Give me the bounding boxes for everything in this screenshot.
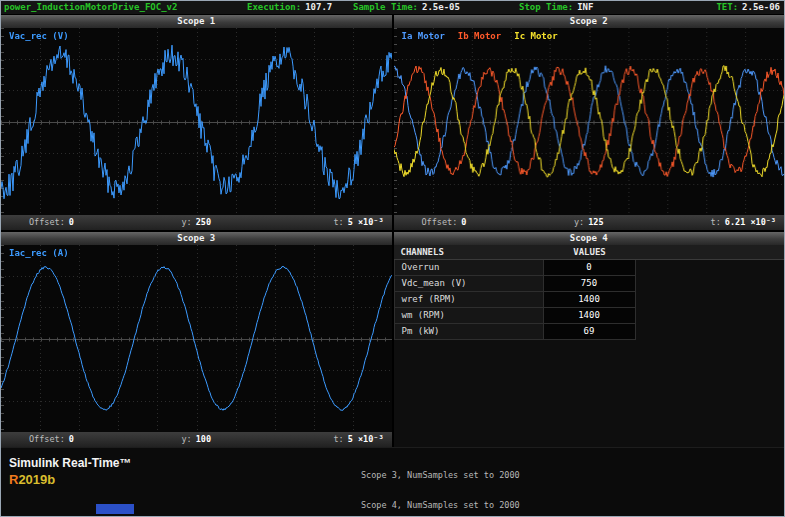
scope2-t-scale: t:6.21 ×10⁻³ <box>711 215 776 230</box>
channel-value-cell: 1400 <box>544 308 636 324</box>
table-row: wref (RPM) 1400 <box>394 292 785 308</box>
scope3-footer: Offset:0 y:100 t:5 ×10⁻³ <box>1 432 392 447</box>
scope2-footer: Offset:0 y:125 t:6.21 ×10⁻³ <box>394 215 785 230</box>
channel-name-cell: Pm (kW) <box>394 324 544 340</box>
scope2-plot: Ia Motor Ib Motor Ic Motor <box>394 28 785 215</box>
t-value: 5 ×10⁻³ <box>348 217 384 227</box>
table-row: Pm (kW) 69 <box>394 324 785 340</box>
execution-time: Execution:107.7 <box>247 1 332 14</box>
scope-grid: Scope 1 Vac_rec (V) Offset:0 y:250 t:5 ×… <box>1 15 784 447</box>
model-name: power_InductionMotorDrive_FOC_v2 <box>4 1 177 14</box>
scope2-legend: Ia Motor Ib Motor Ic Motor <box>402 31 558 41</box>
scope1-t-scale: t:5 ×10⁻³ <box>333 215 383 230</box>
status-bar: power_InductionMotorDrive_FOC_v2 Executi… <box>1 1 784 15</box>
tet-label: TET: <box>716 2 738 12</box>
scope4-table: CHANNELS VALUES Overrun 0 Vdc_mean (V) 7… <box>394 245 785 447</box>
scope4-header: Scope 4 <box>394 232 785 245</box>
sample-time-label: Sample Time: <box>353 2 418 12</box>
system-log: Scope 3, NumSamples set to 2000 Scope 4,… <box>361 450 571 517</box>
scope2-waveform-canvas <box>394 28 785 215</box>
release-version: R2019b <box>9 472 55 487</box>
channel-value-cell: 1400 <box>544 292 636 308</box>
scope3-header: Scope 3 <box>1 232 392 245</box>
scope2-offset: Offset:0 <box>422 215 467 230</box>
table-row: wm (RPM) 1400 <box>394 308 785 324</box>
channel-name-cell: wm (RPM) <box>394 308 544 324</box>
y-label: y: <box>181 217 191 227</box>
t-label: t: <box>711 217 721 227</box>
scope2-y-scale: y:125 <box>574 215 604 230</box>
scope1-waveform-canvas <box>1 28 392 215</box>
offset-label: Offset: <box>29 434 65 444</box>
scope3-panel: Scope 3 Iac_rec (A) Offset:0 y:100 t:5 ×… <box>1 232 392 447</box>
scope2-header: Scope 2 <box>394 15 785 28</box>
tet-value: 2.5e-06 <box>742 2 780 12</box>
offset-value: 0 <box>69 217 74 227</box>
channel-name-cell: Vdc_mean (V) <box>394 276 544 292</box>
y-value: 100 <box>196 434 211 444</box>
table-row: Overrun 0 <box>394 260 785 276</box>
tet: TET:2.5e-06 <box>716 1 780 14</box>
y-label: y: <box>574 217 584 227</box>
y-value: 250 <box>196 217 211 227</box>
sample-time: Sample Time:2.5e-05 <box>353 1 460 14</box>
execution-label: Execution: <box>247 2 301 12</box>
sample-time-value: 2.5e-05 <box>422 2 460 12</box>
scope1-plot: Vac_rec (V) <box>1 28 392 215</box>
scope1-footer: Offset:0 y:250 t:5 ×10⁻³ <box>1 215 392 230</box>
channel-name-cell: wref (RPM) <box>394 292 544 308</box>
table-header-values: VALUES <box>544 245 636 260</box>
channel-value-cell: 750 <box>544 276 636 292</box>
stop-time-label: Stop Time: <box>519 2 573 12</box>
release-r: R <box>9 472 18 487</box>
y-value: 125 <box>588 217 603 227</box>
scope1-offset: Offset:0 <box>29 215 74 230</box>
release-year: 2019b <box>18 472 55 487</box>
table-header-channels: CHANNELS <box>394 245 544 260</box>
scope3-y-scale: y:100 <box>181 432 211 447</box>
log-line: Scope 4, NumSamples set to 2000 <box>361 500 571 510</box>
scope1-panel: Scope 1 Vac_rec (V) Offset:0 y:250 t:5 ×… <box>1 15 392 230</box>
offset-value: 0 <box>69 434 74 444</box>
t-label: t: <box>333 217 343 227</box>
scope1-signal-label: Vac_rec (V) <box>9 31 69 41</box>
scope3-t-scale: t:5 ×10⁻³ <box>333 432 383 447</box>
scope4-panel: Scope 4 CHANNELS VALUES Overrun 0 Vdc_me… <box>394 232 785 447</box>
cursor-block <box>96 504 134 514</box>
legend-ia-motor: Ia Motor <box>402 31 445 41</box>
scope3-signal-label: Iac_rec (A) <box>9 248 69 258</box>
scope2-panel: Scope 2 Ia Motor Ib Motor Ic Motor Offse… <box>394 15 785 230</box>
footer-bar: Simulink Real-Time™ R2019b Scope 3, NumS… <box>1 447 784 516</box>
legend-ib-motor: Ib Motor <box>458 31 501 41</box>
offset-label: Offset: <box>29 217 65 227</box>
stop-time: Stop Time:INF <box>519 1 593 14</box>
scope3-waveform-canvas <box>1 245 392 432</box>
offset-value: 0 <box>461 217 466 227</box>
simulink-target-screen: power_InductionMotorDrive_FOC_v2 Executi… <box>0 0 785 517</box>
scope1-header: Scope 1 <box>1 15 392 28</box>
legend-ic-motor: Ic Motor <box>514 31 557 41</box>
channel-value-cell: 0 <box>544 260 636 276</box>
y-label: y: <box>181 434 191 444</box>
channel-name-cell: Overrun <box>394 260 544 276</box>
t-label: t: <box>333 434 343 444</box>
simulink-brand: Simulink Real-Time™ <box>9 456 131 470</box>
channel-value-cell: 69 <box>544 324 636 340</box>
scope3-plot: Iac_rec (A) <box>1 245 392 432</box>
execution-value: 107.7 <box>305 2 332 12</box>
t-value: 5 ×10⁻³ <box>348 434 384 444</box>
offset-label: Offset: <box>422 217 458 227</box>
table-header-row: CHANNELS VALUES <box>394 245 785 260</box>
stop-time-value: INF <box>577 2 593 12</box>
scope1-y-scale: y:250 <box>181 215 211 230</box>
t-value: 6.21 ×10⁻³ <box>725 217 776 227</box>
table-row: Vdc_mean (V) 750 <box>394 276 785 292</box>
scope3-offset: Offset:0 <box>29 432 74 447</box>
log-line: Scope 3, NumSamples set to 2000 <box>361 470 571 480</box>
